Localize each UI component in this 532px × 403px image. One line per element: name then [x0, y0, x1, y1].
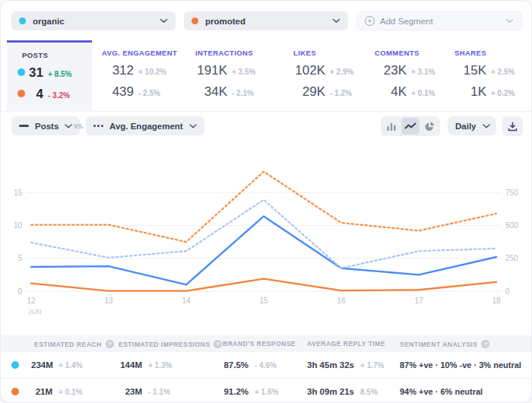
chart-area[interactable]: 051015025050075012131415161718JUN — [1, 145, 532, 332]
info-icon[interactable]: ? — [214, 340, 222, 348]
bar-chart-button[interactable] — [382, 118, 401, 135]
cell-brand-response: 91.2%+ 1.6% — [221, 387, 278, 396]
cell-impressions: 144M+ 1.3% — [116, 360, 172, 370]
series-a-dropdown[interactable]: Posts — [11, 116, 80, 135]
svg-text:15: 15 — [14, 189, 23, 197]
promoted-dot — [192, 17, 198, 24]
svg-text:750: 750 — [505, 189, 518, 197]
metric-value: 31 — [27, 65, 43, 81]
metric-tab-avg-engagement[interactable]: AVG. ENGAGEMENT 312 + 10.2% 439 - 2.5% — [102, 40, 192, 112]
svg-text:JUN: JUN — [28, 308, 42, 316]
chevron-down-icon — [65, 124, 72, 129]
metric-value: 29K — [293, 84, 325, 100]
table-header-row: ESTIMATED REACH? ESTIMATED IMPRESSIONS? … — [1, 335, 532, 352]
metric-change: - 3.2% — [48, 91, 70, 100]
metric-label: AVG. ENGAGEMENT — [102, 49, 177, 57]
promoted-dot — [11, 388, 19, 395]
metric-change: + 8.5% — [48, 70, 71, 78]
bar-chart-icon — [386, 122, 397, 132]
promoted-dot — [17, 90, 25, 97]
metric-value: 191K — [195, 63, 227, 78]
metric-row: 4 - 3.2% — [27, 87, 70, 102]
chevron-down-icon — [189, 124, 197, 129]
svg-text:16: 16 — [337, 297, 346, 305]
table-row-organic: 234M+ 1.4% 144M+ 1.3% 87.5%- 4.6% 3h 45m… — [1, 352, 532, 378]
metric-change: + 2.9% — [330, 68, 353, 76]
metric-label: INTERACTIONS — [195, 49, 253, 57]
th-estimated-reach: ESTIMATED REACH? — [34, 340, 114, 348]
dotted-line-icon — [93, 125, 103, 127]
metric-value: 1K — [454, 84, 486, 100]
metric-value: 312 — [102, 63, 134, 78]
metric-change: - 2.5% — [138, 89, 160, 97]
metric-row: 29K - 1.2% — [293, 84, 352, 100]
table-row-promoted: 21M+ 0.1% 23M- 1.1% 91.2%+ 1.6% 3h 09m 2… — [1, 378, 532, 403]
metric-tab-interactions[interactable]: INTERACTIONS 191K + 3.5% 34K - 2.1% — [195, 40, 285, 112]
segment-dropdown-promoted[interactable]: promoted — [184, 11, 348, 30]
svg-text:17: 17 — [414, 297, 423, 305]
cell-reach: 234M+ 1.4% — [31, 360, 82, 370]
metric-row: 439 - 2.5% — [102, 84, 160, 100]
interval-label: Daily — [455, 122, 477, 131]
metric-value: 4 — [27, 87, 43, 102]
svg-text:13: 13 — [104, 297, 113, 305]
th-brands-response: BRAND'S RESPONSE — [223, 340, 296, 347]
chevron-down-icon — [160, 18, 168, 24]
th-sentiment-analysis: SENTIMENT ANALYSIS? — [400, 340, 489, 348]
info-icon[interactable]: ? — [106, 340, 114, 348]
info-icon[interactable]: ? — [481, 340, 489, 348]
segment-organic-label: organic — [33, 17, 65, 26]
vs-label: vs. — [74, 122, 84, 130]
metric-tab-likes[interactable]: LIKES 102K + 2.9% 29K - 1.2% — [293, 40, 369, 112]
metric-value: 34K — [195, 84, 227, 100]
add-segment-label: Add Segment — [380, 17, 433, 26]
metrics-strip: POSTS 31 + 8.5% 4 - 3.2% AVG. ENGAGEMENT… — [1, 40, 532, 112]
metric-row: 312 + 10.2% — [102, 63, 166, 78]
metric-row: 31 + 8.5% — [27, 65, 71, 81]
chevron-down-icon — [483, 124, 490, 129]
svg-text:0: 0 — [505, 287, 510, 296]
metric-value: 102K — [293, 63, 325, 78]
svg-text:10: 10 — [14, 221, 23, 230]
download-button[interactable] — [502, 116, 523, 136]
metric-value: 439 — [102, 84, 134, 100]
th-average-reply-time: AVERAGE REPLY TIME — [307, 340, 385, 347]
svg-text:250: 250 — [505, 254, 518, 262]
metric-row: 23K + 3.1% — [375, 63, 435, 78]
metric-change: + 2.5% — [491, 68, 515, 76]
interval-dropdown[interactable]: Daily — [448, 116, 496, 135]
organic-dot — [17, 68, 25, 76]
add-segment-dropdown[interactable]: + Add Segment — [356, 11, 522, 30]
svg-text:5: 5 — [17, 254, 22, 262]
metric-change: + 3.1% — [411, 68, 435, 76]
metric-row: 15K + 2.5% — [454, 63, 515, 78]
analytics-dashboard: organic promoted + Add Segment POSTS 31 … — [0, 0, 532, 403]
organic-dot — [19, 17, 26, 24]
pie-chart-button[interactable] — [420, 118, 439, 135]
metric-label: POSTS — [22, 51, 48, 59]
svg-text:14: 14 — [182, 297, 191, 305]
series-a-label: Posts — [35, 122, 59, 131]
series-b-dropdown[interactable]: Avg. Engagement — [86, 116, 204, 135]
metric-change: + 0.1% — [411, 89, 435, 97]
svg-text:12: 12 — [27, 297, 36, 305]
metric-change: + 10.2% — [138, 68, 166, 76]
metric-tab-comments[interactable]: COMMENTS 23K + 3.1% 4K + 0.1% — [375, 40, 451, 112]
svg-text:15: 15 — [259, 297, 268, 305]
line-chart-button[interactable] — [401, 118, 420, 135]
chevron-down-icon — [505, 18, 514, 24]
metric-value: 15K — [454, 63, 486, 78]
pie-chart-icon — [424, 121, 435, 132]
chart-type-toggle — [381, 116, 440, 136]
cell-reply-time: 3h 09m 21s8.5% — [307, 387, 378, 396]
th-estimated-impressions: ESTIMATED IMPRESSIONS? — [119, 340, 222, 348]
segment-dropdown-organic[interactable]: organic — [11, 11, 176, 30]
metric-tab-posts[interactable]: POSTS 31 + 8.5% 4 - 3.2% — [7, 40, 92, 112]
metric-tab-shares[interactable]: SHARES 15K + 2.5% 1K + 0.2% — [454, 40, 527, 112]
metric-change: - 1.2% — [330, 89, 352, 97]
cell-reply-time: 3h 45m 32s+ 1.7% — [307, 360, 384, 370]
metric-row: 191K + 3.5% — [195, 63, 255, 78]
chart-svg: 051015025050075012131415161718JUN — [1, 145, 532, 332]
series-b-label: Avg. Engagement — [109, 122, 183, 131]
svg-text:0: 0 — [17, 287, 22, 296]
